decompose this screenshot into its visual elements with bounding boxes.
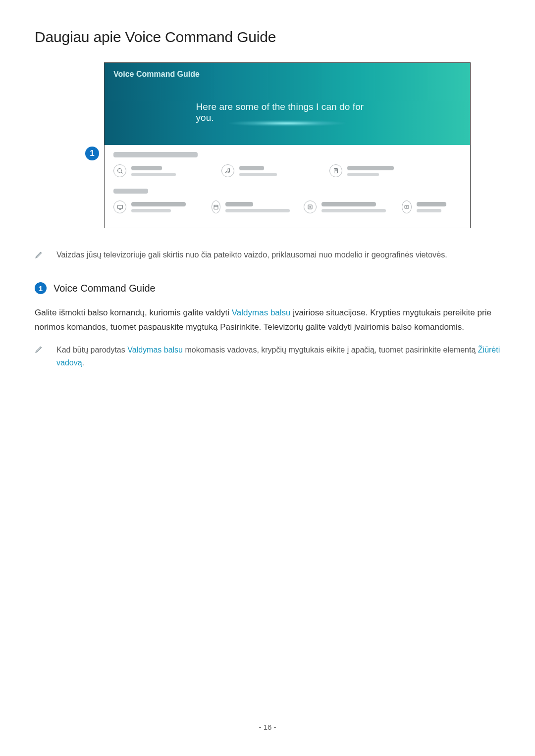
tv-screenshot-wrapper: 1 Voice Command Guide Here are some of t… [104, 62, 471, 228]
note-2-text: Kad būtų parodytas Valdymas balsu mokoma… [56, 344, 500, 369]
page-number: - 16 - [259, 723, 276, 731]
tv-card [402, 201, 446, 213]
tv-top-gradient: Voice Command Guide Here are some of the… [105, 63, 470, 145]
note-1-text: Vaizdas jūsų televizoriuje gali skirtis … [56, 249, 447, 260]
blurred-section-label [113, 189, 148, 194]
svg-rect-9 [214, 205, 218, 209]
note-2: Kad būtų parodytas Valdymas balsu mokoma… [35, 344, 500, 369]
page-title: Daugiau apie Voice Command Guide [35, 29, 500, 46]
tv-row-1 [113, 164, 465, 177]
link-valdymas-balsu: Valdymas balsu [127, 346, 183, 354]
music-note-icon [221, 164, 234, 177]
link-valdymas-balsu: Valdymas balsu [232, 308, 291, 317]
tv-card [304, 201, 388, 213]
record-icon [402, 201, 412, 213]
tv-row-2 [113, 201, 470, 213]
subheading-row: 1 Voice Command Guide [35, 282, 500, 294]
subheading-text: Voice Command Guide [54, 283, 156, 294]
note-text: Kad būtų parodytas [56, 346, 127, 354]
svg-rect-7 [117, 205, 122, 208]
tv-card [113, 164, 198, 177]
tv-screenshot: Voice Command Guide Here are some of the… [104, 62, 471, 228]
para-text: Galite išmokti balso komandų, kuriomis g… [35, 308, 232, 317]
body-paragraph: Galite išmokti balso komandų, kuriomis g… [35, 306, 500, 335]
tv-card [212, 201, 290, 213]
pencil-icon [35, 345, 44, 353]
tv-card [221, 164, 306, 177]
search-icon [113, 164, 126, 177]
tv-title: Voice Command Guide [113, 70, 200, 79]
note-text: mokomasis vadovas, krypčių mygtukais eik… [183, 346, 478, 354]
tv-section-recommended [113, 152, 465, 177]
tv-section-watch [113, 189, 470, 213]
tv-card [329, 164, 414, 177]
tv-icon [113, 201, 126, 213]
note-text: . [82, 358, 84, 367]
pencil-icon [35, 250, 44, 259]
tv-glow-line [228, 120, 347, 126]
note-1: Vaizdas jūsų televizoriuje gali skirtis … [35, 249, 500, 260]
callout-badge-1: 1 [85, 147, 99, 160]
svg-point-0 [117, 168, 121, 172]
svg-point-2 [226, 172, 227, 173]
callout-badge-1-inline: 1 [35, 282, 47, 294]
calendar-icon [212, 201, 220, 213]
svg-point-17 [406, 206, 407, 207]
add-box-icon [304, 201, 317, 213]
document-icon [329, 164, 342, 177]
svg-line-1 [121, 172, 122, 173]
tv-card [113, 201, 198, 213]
svg-point-3 [228, 171, 230, 173]
blurred-section-label [113, 152, 198, 157]
tv-bottom-area [105, 145, 470, 228]
